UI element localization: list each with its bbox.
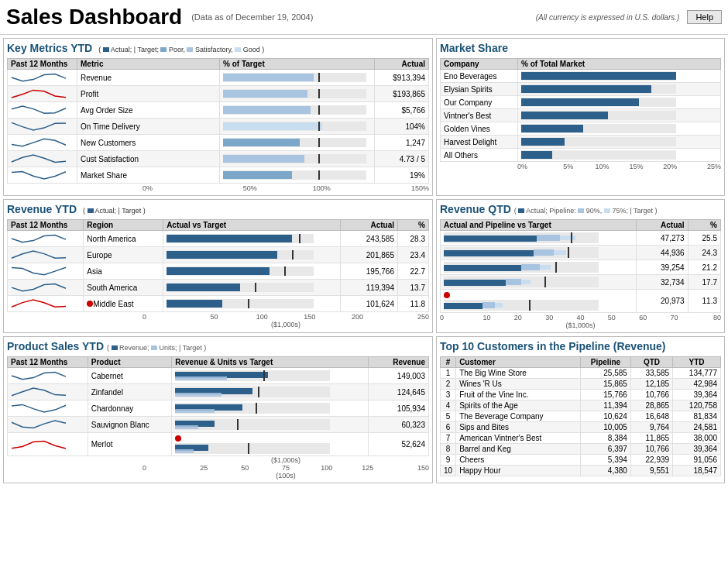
- ps-col-past12: Past 12 Months: [8, 357, 88, 368]
- ry-col-actual: Actual: [340, 220, 397, 231]
- tc-customer: The Beverage Company: [456, 411, 581, 422]
- ms-company: All Others: [441, 149, 518, 162]
- rq-bar: [441, 275, 637, 290]
- km-actual: 4.73 / 5: [375, 151, 429, 167]
- ps-col-revenue: Revenue: [368, 357, 428, 368]
- ps-product: Chardonnay: [88, 400, 172, 417]
- ry-pct: 11.8: [397, 296, 428, 312]
- tc-num: 8: [441, 444, 456, 455]
- ry-pct: 23.4: [397, 247, 428, 263]
- ms-title: Market Share: [440, 42, 508, 54]
- tc-customer: Fruit of the Vine Inc.: [456, 390, 581, 400]
- tc-customer: American Vintner's Best: [456, 433, 581, 444]
- ps-sparkline: [8, 368, 88, 384]
- tc-ytd: 134,777: [673, 368, 721, 379]
- km-bar-cell: [220, 70, 375, 86]
- ps-col-product: Product: [88, 357, 172, 368]
- tc-col-pipeline: Pipeline: [580, 357, 630, 368]
- tc-customer: The Big Wine Store: [456, 368, 581, 379]
- tc-col-num: #: [441, 357, 456, 368]
- tc-customer: Cheers: [456, 455, 581, 466]
- rq-title: Revenue QTD: [440, 203, 511, 215]
- tc-customer: Wines 'R Us: [456, 379, 581, 390]
- header: Sales Dashboard (Data as of December 19,…: [0, 0, 728, 35]
- tc-qtd: 22,939: [630, 455, 672, 466]
- tc-ytd: 42,984: [673, 379, 721, 390]
- km-col-past12: Past 12 Months: [8, 59, 77, 70]
- ry-col-pct: %: [397, 220, 428, 231]
- km-sparkline-cell: [8, 119, 77, 135]
- ry-bar: [163, 280, 341, 296]
- rq-actual: 47,273: [637, 231, 689, 246]
- km-sparkline-cell: [8, 135, 77, 151]
- rq-bar: [441, 231, 637, 246]
- rq-col-avt: Actual and Pipeline vs Target: [441, 220, 637, 231]
- rq-pct: 17.7: [688, 275, 720, 290]
- rq-header: Revenue QTD ( Actual; Pipeline: 90%, 75%…: [440, 203, 721, 217]
- km-bar-cell: [220, 151, 375, 167]
- ps-product: Sauvignon Blanc: [88, 417, 172, 433]
- tc-ytd: 120,758: [673, 400, 721, 411]
- ry-pct: 13.7: [397, 280, 428, 296]
- row-1: Key Metrics YTD ( Actual; | Target; Poor…: [3, 38, 725, 196]
- ms-header: Market Share: [440, 42, 721, 56]
- km-bar-cell: [220, 86, 375, 102]
- ms-bar-cell: [518, 122, 721, 136]
- ry-legend: ( Actual; | Target ): [83, 207, 146, 215]
- tc-pipeline: 15,865: [580, 379, 630, 390]
- ms-company: Harvest Delight: [441, 136, 518, 149]
- ps-bar: [172, 433, 368, 456]
- help-button[interactable]: Help: [687, 10, 722, 24]
- ry-actual: 201,865: [340, 247, 397, 263]
- km-metric-name: Cust Satisfaction: [77, 151, 220, 167]
- ps-bar: [172, 368, 368, 384]
- ps-sparkline: [8, 384, 88, 400]
- tc-qtd: 10,766: [630, 390, 672, 400]
- ps-col-rvt: Revenue & Units vs Target: [172, 357, 368, 368]
- ms-bar-cell: [518, 70, 721, 83]
- ps-revenue: 149,003: [368, 368, 428, 384]
- rq-actual: 39,254: [637, 260, 689, 275]
- km-sparkline-cell: [8, 167, 77, 184]
- rq-pct: 21.2: [688, 260, 720, 275]
- km-actual: 19%: [375, 167, 429, 184]
- tc-num: 5: [441, 411, 456, 422]
- row-3: Product Sales YTD ( Revenue; Units; | Ta…: [3, 336, 725, 483]
- tc-pipeline: 8,384: [580, 433, 630, 444]
- ms-bar-cell: [518, 149, 721, 162]
- tc-pipeline: 6,397: [580, 444, 630, 455]
- ps-product: Zinfandel: [88, 384, 172, 400]
- rq-pct: 25.5: [688, 231, 720, 246]
- km-sparkline-cell: [8, 86, 77, 102]
- km-sparkline-cell: [8, 102, 77, 119]
- ms-bar-cell: [518, 83, 721, 96]
- page-title: Sales Dashboard: [6, 5, 182, 29]
- km-bar-cell: [220, 119, 375, 135]
- ry-sparkline: [8, 296, 84, 312]
- km-metric-name: Market Share: [77, 167, 220, 184]
- km-metric-name: On Time Delivery: [77, 119, 220, 135]
- km-metric-name: Profit: [77, 86, 220, 102]
- ry-col-region: Region: [84, 220, 163, 231]
- product-sales-panel: Product Sales YTD ( Revenue; Units; | Ta…: [3, 336, 433, 483]
- rq-bar: [441, 246, 637, 260]
- ps-product: Merlot: [88, 433, 172, 456]
- rq-col-pct: %: [688, 220, 720, 231]
- ps-product: Cabernet: [88, 368, 172, 384]
- rq-actual: 32,734: [637, 275, 689, 290]
- km-header: Key Metrics YTD ( Actual; | Target; Poor…: [7, 42, 429, 56]
- ry-pct: 28.3: [397, 231, 428, 247]
- tc-ytd: 81,834: [673, 411, 721, 422]
- ps-bar: [172, 384, 368, 400]
- tc-ytd: 39,364: [673, 444, 721, 455]
- revenue-qtd-panel: Revenue QTD ( Actual; Pipeline: 90%, 75%…: [436, 199, 725, 333]
- tc-header: Top 10 Customers in the Pipeline (Revenu…: [440, 340, 721, 354]
- tc-num: 7: [441, 433, 456, 444]
- row-2: Revenue YTD ( Actual; | Target ) Past 12…: [3, 199, 725, 333]
- ms-company: Eno Beverages: [441, 70, 518, 83]
- ry-actual: 243,585: [340, 231, 397, 247]
- ry-title: Revenue YTD: [7, 203, 77, 215]
- ry-region: Middle East: [84, 296, 163, 312]
- tc-num: 6: [441, 422, 456, 433]
- currency-note: (All currency is expressed in U.S. dolla…: [536, 13, 680, 22]
